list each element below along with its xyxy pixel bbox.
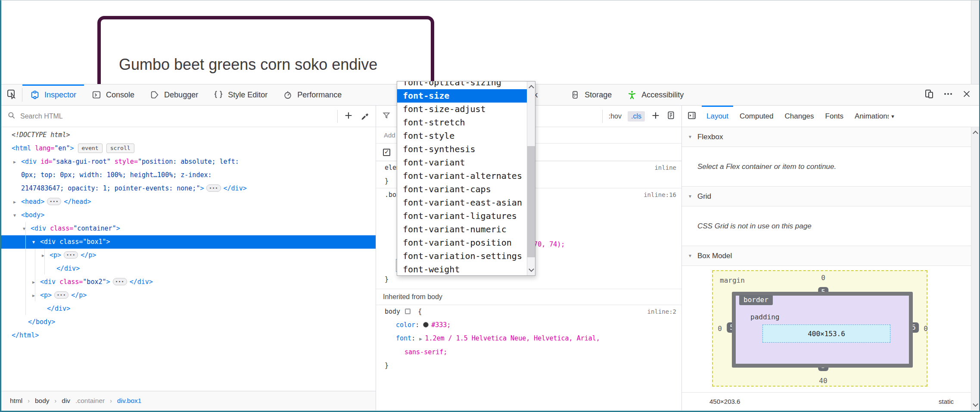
margin-bottom-value[interactable]: 40 (819, 377, 827, 385)
autocomplete-item[interactable]: font-variant (397, 156, 527, 169)
scroll-down-icon[interactable] (973, 401, 978, 407)
box-model-content-box[interactable]: 400×153.6 (762, 325, 890, 343)
markup-row[interactable]: </html> (1, 329, 376, 342)
autocomplete-item[interactable]: font-stretch (397, 116, 527, 129)
box-model-margin-box[interactable]: margin 0 5 20 20 5 40 0 5 20 20 5 (712, 270, 927, 387)
autocomplete-item[interactable]: font-weight (397, 263, 527, 275)
twisty-open-icon[interactable]: ▼ (13, 209, 20, 222)
tab-computed[interactable]: Computed (734, 106, 779, 127)
tab-accessibility[interactable]: Accessibility (619, 84, 691, 105)
autocomplete-item[interactable]: font-size (397, 89, 527, 103)
markup-row[interactable]: ▶<head>•••</head> (1, 195, 376, 209)
margin-top-value[interactable]: 0 (821, 274, 825, 282)
token: </div> (224, 184, 247, 192)
rule-source-link[interactable]: inline:2 (647, 305, 676, 318)
box-model-border-box[interactable]: border padding 400×153.6 (732, 292, 913, 368)
tab-console[interactable]: Console (84, 84, 142, 105)
rule-row[interactable]: body {inline:2 (376, 305, 681, 318)
autocomplete-scrollbar[interactable] (527, 81, 535, 275)
search-input[interactable] (20, 112, 337, 120)
markup-row[interactable]: </div> (1, 262, 376, 275)
autocomplete-item[interactable]: font-variant-east-asian (397, 196, 527, 209)
twisty-open-icon[interactable]: ▼ (32, 235, 39, 249)
layout-panel: Layout Computed Changes Fonts Animations… (682, 106, 979, 410)
margin-left-value[interactable]: 0 (718, 325, 722, 333)
filter-funnel-icon[interactable] (376, 111, 391, 122)
rule-row[interactable]: sans-serif; (376, 346, 681, 359)
class-panel-button[interactable]: .cls (628, 111, 645, 122)
scrollbar-thumb[interactable] (527, 146, 535, 257)
markup-row[interactable]: ▼<body> (1, 209, 376, 222)
autocomplete-item[interactable]: font-size-adjust (397, 103, 527, 116)
breadcrumb[interactable]: html›body›div.container›div.box1 (1, 391, 376, 410)
print-simulation-icon[interactable] (666, 111, 675, 122)
tab-debugger[interactable]: Debugger (142, 84, 206, 105)
add-node-icon[interactable] (344, 111, 353, 122)
twisty-closed-icon[interactable]: ▶ (13, 195, 20, 209)
search-html-field[interactable] (1, 111, 337, 122)
markup-row[interactable]: </div> (1, 302, 376, 315)
autocomplete-item[interactable]: font-variation-settings (397, 250, 527, 263)
twisty-closed-icon[interactable]: ▶ (13, 155, 20, 169)
autocomplete-item[interactable]: font-variant-caps (397, 183, 527, 196)
markup-row[interactable]: ▶<p>•••</p> (1, 289, 376, 302)
markup-row[interactable]: <!DOCTYPE html> (1, 128, 376, 142)
margin-label: margin (720, 276, 745, 284)
markup-row[interactable]: ▼<div class="box1"> (1, 235, 376, 249)
autocomplete-item[interactable]: font-variant-position (397, 236, 527, 250)
autocomplete-item[interactable]: font-style (397, 129, 527, 143)
tab-changes[interactable]: Changes (779, 106, 819, 127)
twisty-closed-icon[interactable]: ▶ (42, 249, 49, 262)
twisty-open-icon[interactable]: ▼ (23, 222, 30, 235)
layout-scrollbar[interactable] (971, 127, 979, 410)
close-icon[interactable] (962, 89, 971, 100)
scroll-up-icon[interactable] (973, 131, 978, 136)
markup-row[interactable]: ▼<div class="container"> (1, 222, 376, 235)
grid-section-header[interactable]: ▼ Grid (682, 187, 979, 206)
tab-layout[interactable]: Layout (701, 106, 734, 127)
tab-fonts[interactable]: Fonts (820, 106, 849, 127)
class-checkbox[interactable] (383, 149, 390, 156)
tab-storage[interactable]: Storage (563, 84, 619, 105)
node-picker-button[interactable] (1, 84, 22, 105)
token: › (110, 397, 112, 404)
meatball-menu-icon[interactable] (943, 89, 953, 101)
markup-row[interactable]: <html lang="en">eventscroll (1, 142, 376, 155)
rule-row[interactable]: font: ▶ 1.2em / 1.5 Helvetica Neue, Helv… (376, 332, 681, 346)
flexbox-section-header[interactable]: ▼ Flexbox (682, 127, 979, 147)
pseudo-class-button[interactable]: :hov (609, 112, 622, 120)
box-model-section-header[interactable]: ▼ Box Model (682, 246, 979, 266)
tab-animations[interactable]: Animations (849, 106, 889, 127)
rule-row[interactable]: } (376, 359, 681, 372)
tab-inspector[interactable]: Inspector (22, 84, 84, 105)
element-dimensions: 450×203.6 (709, 398, 740, 405)
autocomplete-item[interactable]: font-variant-numeric (397, 223, 527, 236)
autocomplete-item[interactable]: font-optical-sizing (397, 81, 527, 89)
markup-row[interactable]: ▶<div id="saka-gui-root" style="position… (1, 155, 286, 195)
rule-source-link[interactable]: inline:16 (644, 188, 676, 201)
autocomplete-item[interactable]: font-synthesis (397, 143, 527, 156)
markup-row[interactable]: </body> (1, 315, 376, 329)
autocomplete-list: font-optical-sizingfont-sizefont-size-ad… (397, 81, 527, 275)
rule-row[interactable]: color: #333; (376, 318, 681, 332)
twisty-closed-icon[interactable]: ▶ (32, 275, 39, 289)
markup-row[interactable]: ▶<div class="box2">•••</div> (1, 275, 376, 289)
token (111, 158, 115, 165)
autocomplete-item[interactable]: font-variant-alternates (397, 169, 527, 183)
markup-panel: <!DOCTYPE html><html lang="en">eventscro… (1, 106, 376, 410)
tab-performance[interactable]: Performance (275, 84, 349, 105)
autocomplete-item[interactable]: font-variant-ligatures (397, 209, 527, 223)
page-scrollbar[interactable] (971, 0, 979, 84)
rule-source-link[interactable]: inline (654, 161, 676, 174)
markup-row[interactable]: ▶<p>•••</p> (1, 249, 376, 262)
responsive-design-icon[interactable] (924, 89, 934, 101)
add-rule-icon[interactable] (651, 111, 660, 122)
all-tabs-chevron-icon[interactable]: ▼ (889, 114, 897, 119)
scroll-up-icon[interactable] (529, 85, 534, 91)
margin-right-value[interactable]: 0 (924, 325, 928, 333)
scroll-down-icon[interactable] (529, 266, 534, 272)
twisty-closed-icon[interactable]: ▶ (32, 289, 39, 302)
eyedropper-icon[interactable] (360, 111, 370, 122)
tab-style-editor[interactable]: Style Editor (206, 84, 275, 105)
sidebar-toggle-icon[interactable] (682, 111, 701, 122)
